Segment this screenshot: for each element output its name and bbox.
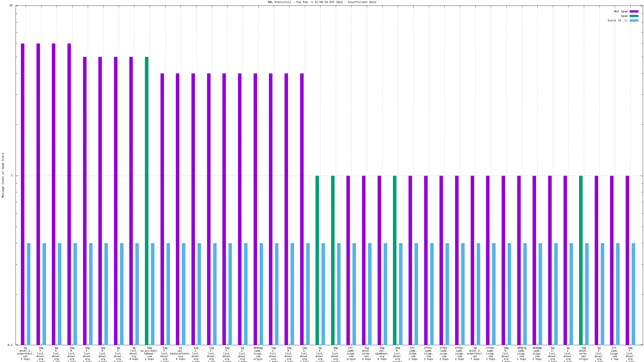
bar-not-spam [176, 73, 179, 345]
bar-not-spam [378, 176, 381, 345]
x-tick-top [181, 6, 181, 7]
gridline-x [398, 6, 398, 345]
bar-score [430, 243, 434, 345]
y-axis-tick-label: 1 [0, 174, 13, 177]
bar-not-spam [486, 176, 490, 345]
bar-score [523, 243, 527, 345]
legend-entry-label: Score (0..1) [608, 19, 628, 22]
gridline-x [506, 6, 507, 345]
bar-not-spam [471, 176, 474, 345]
gridline-x [26, 6, 26, 345]
gridline-x [382, 6, 383, 345]
x-tick-top [568, 6, 569, 7]
bar-not-spam [238, 73, 242, 345]
gridline-x [630, 6, 631, 345]
x-tick-top [506, 6, 507, 7]
gridline-x [41, 6, 42, 345]
x-tick-top [196, 6, 196, 7]
y-tick-minor-right [641, 243, 643, 243]
x-tick-top [320, 6, 320, 7]
y-axis-tick-label: 0.1 [0, 344, 13, 347]
x-tick-bottom [72, 343, 72, 345]
bar-score [570, 243, 573, 345]
x-tick-top [537, 6, 538, 7]
x-tick-top [599, 6, 600, 7]
x-tick-top [444, 6, 445, 7]
bar-not-spam [564, 176, 567, 345]
legend: Not SpamSpamScore (0..1) [608, 9, 638, 23]
gridline-x [413, 6, 414, 345]
bar-score [151, 243, 154, 345]
bar-score [616, 243, 620, 345]
x-tick-top [150, 6, 150, 7]
bar-score [508, 243, 511, 345]
x-tick-bottom [336, 343, 336, 345]
gridline-x [134, 6, 134, 345]
x-tick-bottom [460, 343, 460, 345]
y-tick-minor-left [16, 294, 17, 295]
x-tick-bottom [41, 343, 42, 345]
gridline-x [181, 6, 181, 345]
bar-not-spam [455, 176, 459, 345]
gridline-x [196, 6, 196, 345]
rbl-statistics-chart: RBL Statistics - Tue Feb 1 12:58:14 EST … [0, 0, 644, 362]
gridline-x [429, 6, 429, 345]
x-tick-bottom [320, 343, 320, 345]
bar-not-spam [533, 176, 536, 345]
x-tick-top [630, 6, 631, 7]
y-tick-major-left [16, 176, 18, 176]
bar-score [197, 243, 201, 345]
gridline-x [258, 6, 259, 345]
not_spam-swatch [630, 10, 638, 13]
gridline-x [444, 6, 445, 345]
x-tick-bottom [475, 343, 476, 345]
x-tick-bottom [398, 343, 398, 345]
bar-not-spam [222, 73, 226, 345]
gridline-x [227, 6, 227, 345]
x-tick-bottom [367, 343, 367, 345]
x-tick-top [382, 6, 383, 7]
x-axis-label: 10@ Y. list. dnswl. org 3 hops [615, 347, 644, 362]
bar-score [228, 243, 232, 345]
x-tick-top [72, 6, 72, 7]
y-tick-minor-left [16, 14, 17, 14]
y-tick-minor-left [16, 43, 17, 44]
bar-not-spam [254, 73, 257, 345]
gridline-x [57, 6, 57, 345]
bar-score [89, 243, 93, 345]
bar-score [585, 243, 589, 345]
y-tick-minor-right [641, 14, 643, 14]
y-tick-minor-right [641, 202, 643, 202]
y-tick-minor-left [16, 192, 17, 192]
bar-score [73, 243, 77, 345]
x-tick-top [165, 6, 166, 7]
y-tick-minor-right [641, 192, 643, 192]
bar-score [275, 243, 278, 345]
y-tick-minor-left [16, 227, 17, 227]
y-tick-minor-right [641, 95, 643, 95]
legend-row: Spam [608, 14, 638, 18]
gridline-x [305, 6, 305, 345]
x-tick-bottom [88, 343, 88, 345]
x-tick-top [553, 6, 553, 7]
bar-not-spam [114, 57, 117, 345]
bar-score [120, 243, 124, 345]
gridline-x [460, 6, 460, 345]
y-tick-minor-right [641, 73, 643, 74]
y-tick-minor-left [16, 183, 17, 184]
bar-spam [315, 176, 319, 345]
x-tick-top [289, 6, 290, 7]
bar-spam [393, 176, 396, 345]
y-tick-minor-left [16, 73, 17, 74]
x-tick-top [429, 6, 429, 7]
spam-swatch [630, 15, 638, 17]
gridline-x [243, 6, 243, 345]
bar-score [260, 243, 263, 345]
x-tick-bottom [568, 343, 569, 345]
gridline-x [615, 6, 615, 345]
bar-not-spam [285, 73, 288, 345]
y-tick-minor-right [641, 213, 643, 213]
y-tick-minor-right [641, 227, 643, 227]
bar-score [384, 243, 387, 345]
x-tick-bottom [181, 343, 181, 345]
